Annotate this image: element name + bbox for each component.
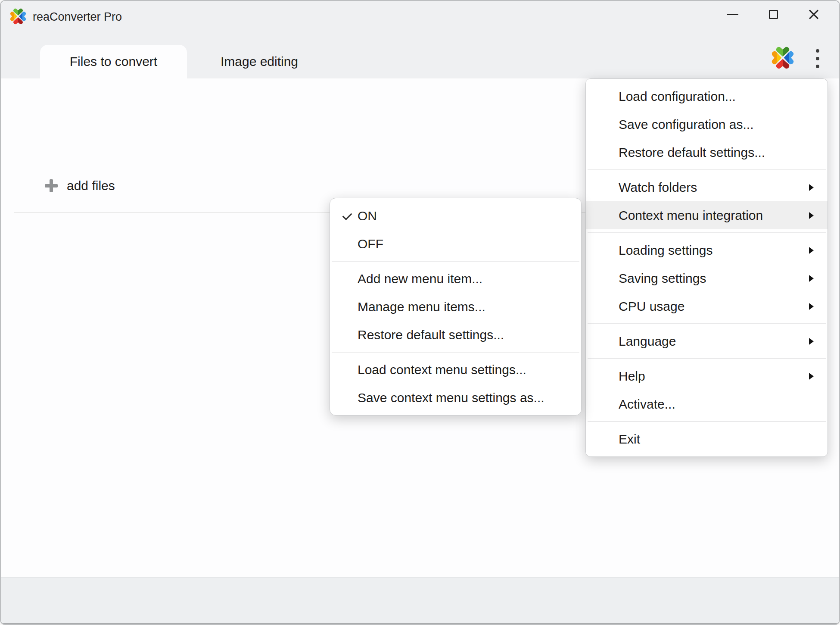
tab-files-to-convert[interactable]: Files to convert	[40, 45, 187, 78]
menu-item-language[interactable]: Language	[586, 327, 828, 355]
submenu-arrow-icon	[809, 247, 814, 254]
menu-separator	[330, 258, 581, 265]
tab-image-editing[interactable]: Image editing	[197, 45, 322, 78]
menu-item-save-configuration-as[interactable]: Save configuration as...	[586, 110, 828, 138]
submenu-item-restore-default-settings[interactable]: Restore default settings...	[330, 321, 581, 349]
submenu-item-on[interactable]: ON	[330, 202, 581, 230]
menu-separator	[586, 355, 828, 362]
minimize-icon	[727, 14, 738, 15]
menu-item-activate[interactable]: Activate...	[586, 390, 828, 418]
menu-item-saving-settings[interactable]: Saving settings	[586, 264, 828, 292]
menu-item-help[interactable]: Help	[586, 362, 828, 390]
submenu-arrow-icon	[809, 338, 814, 345]
submenu-arrow-icon	[809, 275, 814, 282]
maximize-button[interactable]	[766, 7, 781, 22]
menu-separator	[586, 418, 828, 425]
main-menu: Load configuration... Save configuration…	[585, 78, 828, 457]
menu-separator	[586, 229, 828, 236]
menu-item-watch-folders[interactable]: Watch folders	[586, 173, 828, 201]
close-button[interactable]	[806, 7, 821, 22]
header: reaConverter Pro Files to convert Image …	[1, 1, 839, 78]
menu-item-exit[interactable]: Exit	[586, 425, 828, 453]
menu-item-load-configuration[interactable]: Load configuration...	[586, 82, 828, 110]
window-bottom-edge	[1, 623, 839, 625]
maximize-icon	[769, 10, 778, 19]
submenu-arrow-icon	[809, 184, 814, 191]
context-menu-integration-submenu: ON OFF Add new menu item... Manage menu …	[330, 198, 582, 416]
window-title: reaConverter Pro	[33, 10, 122, 24]
menu-separator	[586, 166, 828, 173]
submenu-arrow-icon	[809, 373, 814, 380]
submenu-item-add-new-menu-item[interactable]: Add new menu item...	[330, 265, 581, 293]
add-files-label: add files	[67, 178, 115, 193]
menu-item-context-menu-integration[interactable]: Context menu integration	[586, 201, 828, 229]
window-controls	[725, 1, 821, 28]
bottom-bar: Save as JPG to Same as source folder Con…	[1, 577, 839, 623]
menu-item-cpu-usage[interactable]: CPU usage	[586, 292, 828, 320]
submenu-item-manage-menu-items[interactable]: Manage menu items...	[330, 293, 581, 321]
submenu-arrow-icon	[809, 303, 814, 310]
checkmark-icon	[342, 210, 352, 220]
app-logo-icon	[8, 6, 28, 26]
menu-item-restore-default-settings[interactable]: Restore default settings...	[586, 138, 828, 166]
submenu-item-load-context-menu-settings[interactable]: Load context menu settings...	[330, 356, 581, 384]
menu-item-loading-settings[interactable]: Loading settings	[586, 236, 828, 264]
menu-separator	[586, 320, 828, 327]
overflow-menu-button[interactable]	[812, 49, 823, 68]
plus-icon	[45, 179, 58, 192]
app-window: reaConverter Pro Files to convert Image …	[0, 0, 840, 625]
submenu-item-off[interactable]: OFF	[330, 230, 581, 258]
close-icon	[808, 9, 819, 20]
menu-separator	[330, 349, 581, 356]
brand-logo-menu-icon[interactable]	[769, 44, 796, 72]
submenu-item-save-context-menu-settings-as[interactable]: Save context menu settings as...	[330, 384, 581, 412]
minimize-button[interactable]	[725, 7, 740, 22]
submenu-arrow-icon	[809, 212, 814, 219]
